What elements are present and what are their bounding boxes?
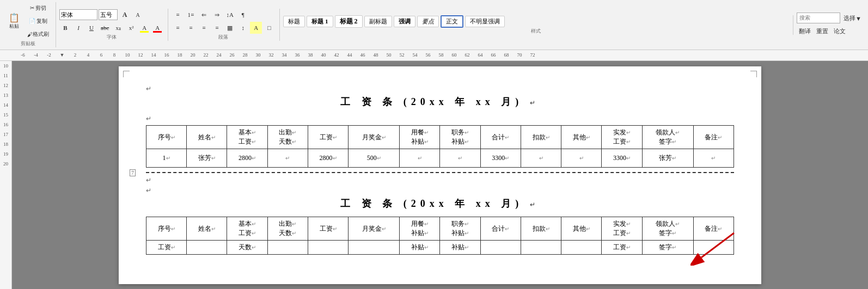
font-name-input[interactable] — [59, 9, 97, 20]
bold-button[interactable]: B — [59, 22, 71, 34]
justify-button[interactable]: ≡ — [211, 22, 223, 34]
cell-meal-1: ↵ — [400, 149, 440, 168]
header2-cell-bonus: 月奖金↵ — [349, 217, 400, 241]
underline-button[interactable]: U — [85, 22, 97, 34]
header2-cell-no: 序号↵ — [146, 217, 187, 241]
header-cell-days: 出勤↵天数↵ — [267, 126, 308, 149]
header-cell-deduct: 扣款↵ — [521, 126, 561, 149]
title-return-1: ↵ — [530, 99, 540, 107]
shrink-font-button[interactable]: A — [132, 9, 144, 21]
cell2-deduct — [521, 241, 561, 255]
paragraph-mark-3: ↵ — [146, 176, 734, 185]
style-subtle-button[interactable]: 不明显强调 — [465, 16, 505, 27]
cut-button[interactable]: ✂ 剪切 — [25, 2, 51, 14]
outdent-button[interactable]: ⇐ — [198, 9, 210, 21]
show-hide-button[interactable]: ¶ — [237, 9, 249, 21]
superscript-button[interactable]: x² — [125, 22, 137, 34]
style-body-button[interactable]: 正文 — [441, 15, 463, 28]
highlight-button[interactable]: A — [138, 22, 150, 34]
table-row-partial: 工资↵ 天数↵ 补贴↵ 补贴↵ 工资↵ 签字↵ — [146, 241, 734, 255]
header2-cell-note: 备注↵ — [693, 217, 733, 241]
italic-button[interactable]: I — [72, 22, 84, 34]
highlight-bar — [140, 31, 149, 33]
col-layout-button[interactable]: ▦ — [224, 22, 236, 34]
translate-button[interactable]: 翻译 — [797, 26, 813, 38]
header-cell-bonus: 月奖金↵ — [349, 126, 400, 149]
document-area[interactable]: ↵ 工 资 条 (20xx 年 xx 月) ↵ ↵ 序号↵ 姓名↵ 基本↵工资↵… — [12, 61, 868, 289]
clipboard-label: 剪贴板 — [4, 40, 51, 47]
main-toolbar: 📋 粘贴 ✂ 剪切 📄 复制 🖌 格式刷 剪贴板 A A B I U abc x… — [0, 0, 868, 50]
font-color-button[interactable]: A — [151, 22, 163, 34]
search-input[interactable] — [797, 13, 840, 23]
style-subtitle-button[interactable]: 副标题 — [364, 16, 392, 27]
style-h1-button[interactable]: 标题 1 — [307, 16, 333, 27]
subscript-button[interactable]: x₂ — [112, 22, 124, 34]
header-cell-sign: 领款人↵签字↵ — [642, 126, 693, 149]
select-button[interactable]: 选择▼ — [841, 13, 864, 24]
indent-button[interactable]: ⇒ — [211, 9, 223, 21]
salary-title-1: 工 资 条 (20xx 年 xx 月) ↵ — [146, 95, 734, 108]
format-painter-button[interactable]: 🖌 格式刷 — [25, 28, 51, 40]
styles-group: 标题 标题 1 标题 2 副标题 强调 要点 正文 不明显强调 样式 — [283, 15, 793, 35]
header-cell-total: 合计↵ — [480, 126, 521, 149]
line-spacing-button[interactable]: ↕ — [237, 22, 249, 34]
header2-cell-name: 姓名↵ — [187, 217, 227, 241]
shading-button[interactable]: A — [250, 22, 262, 34]
vertical-ruler: 10 11 12 13 14 15 16 17 18 19 20 — [0, 61, 12, 289]
header-cell-salary: 工资↵ — [308, 126, 348, 149]
horizontal-ruler: -6 -4 -2 ▼ 2 4 6 8 10 12 14 16 18 20 22 … — [0, 50, 868, 61]
align-left-button[interactable]: ≡ — [172, 22, 184, 34]
header2-cell-base: 基本↵工资↵ — [227, 217, 267, 241]
number-list-button[interactable]: 1≡ — [185, 9, 197, 21]
paragraph-mark-2: ↵ — [146, 115, 734, 123]
header2-cell-salary: 工资↵ — [308, 217, 348, 241]
paste-button[interactable]: 📋 粘贴 — [4, 11, 24, 31]
cell-sign-1: 张芳↵ — [642, 149, 693, 168]
align-center-button[interactable]: ≡ — [185, 22, 197, 34]
copy-button[interactable]: 📄 复制 — [25, 15, 51, 27]
cell-name-1: 张芳↵ — [187, 149, 227, 168]
table-header-row: 序号↵ 姓名↵ 基本↵工资↵ 出勤↵天数↵ 工资↵ 月奖金↵ 用餐↵补贴↵ 职务… — [146, 126, 734, 149]
header2-cell-actual: 实发↵工资↵ — [602, 217, 642, 241]
strikethrough-button[interactable]: abc — [99, 22, 111, 34]
font-size-input[interactable] — [99, 9, 118, 20]
style-h2-button[interactable]: 标题 2 — [335, 15, 363, 28]
header-cell-meal: 用餐↵补贴↵ — [400, 126, 440, 149]
header2-cell-sign: 领款人↵签字↵ — [642, 217, 693, 241]
font-label: 字体 — [59, 34, 163, 41]
sort-button[interactable]: ↕A — [224, 9, 236, 21]
style-label: 样式 — [283, 28, 788, 35]
edit-group: 选择▼ 翻译 重置 论文 — [797, 13, 864, 38]
cell2-no: 工资↵ — [146, 241, 187, 255]
font-group: A A B I U abc x₂ x² A A 字体 — [59, 9, 168, 41]
bullet-list-button[interactable]: ≡ — [172, 9, 184, 21]
cell-salary-1: 2800↵ — [308, 149, 348, 168]
header2-cell-days: 出勤↵天数↵ — [267, 217, 308, 241]
cell2-sign: 签字↵ — [642, 241, 693, 255]
reset-button[interactable]: 重置 — [814, 26, 830, 38]
cell-duty-1: ↵ — [440, 149, 480, 168]
border-button[interactable]: □ — [263, 22, 275, 34]
style-strong-button[interactable]: 强调 — [394, 16, 415, 27]
header2-cell-duty: 职务↵补贴↵ — [440, 217, 480, 241]
header-cell-name: 姓名↵ — [187, 126, 227, 149]
align-right-button[interactable]: ≡ — [198, 22, 210, 34]
cell-deduct-1: ↵ — [521, 149, 561, 168]
table-row: 1↵ 张芳↵ 2800↵ ↵ 2800↵ 500↵ ↵ ↵ 3300↵ ↵ ↵ … — [146, 149, 734, 168]
cell2-duty: 补贴↵ — [440, 241, 480, 255]
cell2-salary — [308, 241, 348, 255]
cell-other-1: ↵ — [561, 149, 602, 168]
cell2-name — [187, 241, 227, 255]
cell2-bonus — [349, 241, 400, 255]
style-normal-button[interactable]: 标题 — [283, 16, 305, 27]
paragraph-group: ≡ 1≡ ⇐ ⇒ ↕A ¶ ≡ ≡ ≡ ≡ ▦ ↕ A □ 段落 — [172, 9, 280, 41]
cell-base-1: 2800↵ — [227, 149, 267, 168]
cell-bonus-1: 500↵ — [349, 149, 400, 168]
style-key-button[interactable]: 要点 — [417, 16, 439, 27]
grow-font-button[interactable]: A — [119, 9, 131, 21]
document-page-1: ↵ 工 资 条 (20xx 年 xx 月) ↵ ↵ 序号↵ 姓名↵ 基本↵工资↵… — [119, 66, 761, 284]
cell-note-1: ↵ — [693, 149, 733, 168]
section-marker: 7 — [130, 169, 136, 176]
essay-button[interactable]: 论文 — [832, 26, 848, 38]
cell-total-1: 3300↵ — [480, 149, 521, 168]
